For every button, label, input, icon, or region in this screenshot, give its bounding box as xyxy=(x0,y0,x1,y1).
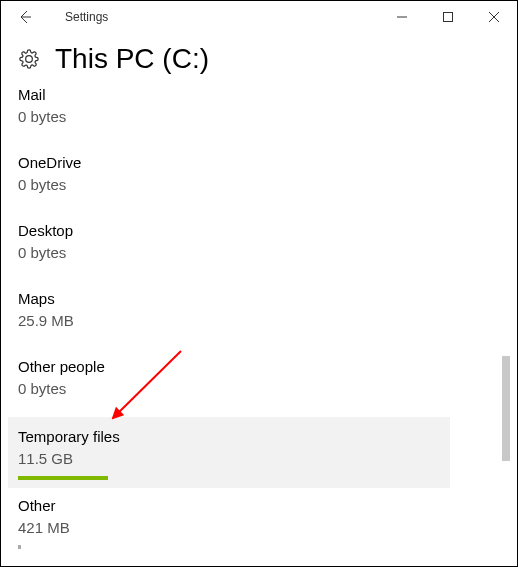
scrollbar-thumb[interactable] xyxy=(502,356,510,461)
storage-size: 0 bytes xyxy=(18,107,500,127)
storage-bar xyxy=(18,545,21,549)
storage-name: OneDrive xyxy=(18,153,500,173)
storage-item-other[interactable]: Other 421 MB xyxy=(18,488,500,549)
storage-size: 0 bytes xyxy=(18,175,500,195)
storage-item-temporary-files[interactable]: Temporary files 11.5 GB xyxy=(8,417,450,488)
gear-icon xyxy=(19,49,39,69)
app-title: Settings xyxy=(65,10,108,24)
storage-name: Other xyxy=(18,496,500,516)
storage-item-desktop[interactable]: Desktop 0 bytes xyxy=(18,213,500,281)
back-arrow-icon xyxy=(17,9,33,25)
storage-name: Maps xyxy=(18,289,500,309)
scroll-area[interactable]: Mail 0 bytes OneDrive 0 bytes Desktop 0 … xyxy=(8,89,510,555)
storage-name: Mail xyxy=(18,89,500,105)
storage-item-onedrive[interactable]: OneDrive 0 bytes xyxy=(18,145,500,213)
storage-name: Other people xyxy=(18,357,500,377)
storage-name: Desktop xyxy=(18,221,500,241)
storage-item-other-people[interactable]: Other people 0 bytes xyxy=(18,349,500,417)
storage-size: 0 bytes xyxy=(18,379,500,399)
storage-size: 0 bytes xyxy=(18,243,500,263)
minimize-icon xyxy=(397,12,407,22)
storage-bar xyxy=(18,476,108,480)
storage-item-maps[interactable]: Maps 25.9 MB xyxy=(18,281,500,349)
storage-size: 421 MB xyxy=(18,518,500,538)
svg-rect-2 xyxy=(444,13,453,22)
titlebar: Settings xyxy=(1,1,517,33)
storage-size: 25.9 MB xyxy=(18,311,500,331)
storage-content: Mail 0 bytes OneDrive 0 bytes Desktop 0 … xyxy=(8,89,510,559)
maximize-button[interactable] xyxy=(425,1,471,33)
close-button[interactable] xyxy=(471,1,517,33)
storage-name: Temporary files xyxy=(18,427,440,447)
maximize-icon xyxy=(443,12,453,22)
back-button[interactable] xyxy=(9,1,41,33)
scrollbar[interactable] xyxy=(502,96,510,554)
minimize-button[interactable] xyxy=(379,1,425,33)
page-header: This PC (C:) xyxy=(1,33,517,83)
close-icon xyxy=(489,12,499,22)
page-title: This PC (C:) xyxy=(55,43,209,75)
storage-size: 11.5 GB xyxy=(18,449,440,469)
window-controls xyxy=(379,1,517,33)
storage-item-mail[interactable]: Mail 0 bytes xyxy=(18,89,500,145)
